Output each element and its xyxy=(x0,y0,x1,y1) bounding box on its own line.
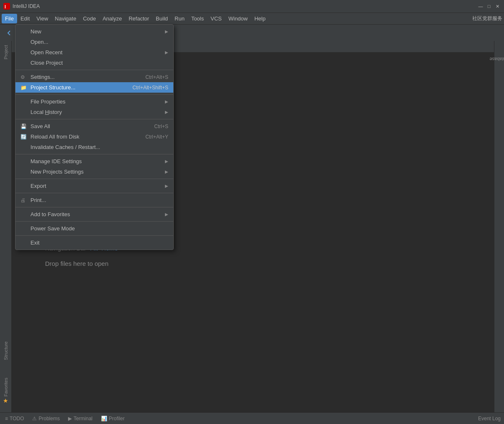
project-structure-shortcut: Ctrl+Alt+Shift+S xyxy=(132,85,168,91)
project-structure-icon: 📁 xyxy=(20,85,29,91)
menu-item-power-save[interactable]: Power Save Mode xyxy=(15,223,173,234)
menu-item-open-recent[interactable]: Open Recent ▶ xyxy=(15,47,173,58)
reload-icon: 🔄 xyxy=(20,134,29,140)
save-all-icon: 💾 xyxy=(20,124,29,129)
todo-icon: ≡ xyxy=(5,416,8,421)
menu-item-new-projects-settings[interactable]: New Projects Settings ▶ xyxy=(15,167,173,177)
reload-label: Reload All from Disk xyxy=(30,134,137,140)
database-panel-label[interactable]: Database xyxy=(486,57,504,62)
menu-navigate[interactable]: Navigate xyxy=(51,14,79,23)
menu-item-new[interactable]: New ▶ xyxy=(15,26,173,37)
tab-problems[interactable]: ⚠ Problems xyxy=(30,415,61,422)
menu-item-settings[interactable]: ⚙ Settings... Ctrl+Alt+S xyxy=(15,72,173,82)
menu-window[interactable]: Window xyxy=(225,14,251,23)
toolbar-back-btn[interactable] xyxy=(3,27,15,39)
right-sidebar: Database xyxy=(494,41,504,412)
print-label: Print... xyxy=(30,197,168,203)
local-history-arrow: ▶ xyxy=(165,110,168,114)
welcome-drop-files: Drop files here to open xyxy=(45,260,494,267)
titlebar-left: I IntelliJ IDEA xyxy=(3,3,40,10)
minimize-button[interactable]: — xyxy=(477,3,484,10)
left-panel-sidebar: Project Structure Favorites ★ xyxy=(0,41,12,412)
problems-icon: ⚠ xyxy=(32,416,37,421)
titlebar: I IntelliJ IDEA — □ ✕ xyxy=(0,0,504,13)
print-icon: 🖨 xyxy=(20,197,29,203)
back-icon xyxy=(6,30,13,36)
menu-item-print[interactable]: 🖨 Print... xyxy=(15,195,173,205)
new-projects-settings-arrow: ▶ xyxy=(165,169,168,174)
tab-terminal[interactable]: ▶ Terminal xyxy=(66,415,94,422)
maximize-button[interactable]: □ xyxy=(486,3,492,10)
menu-vcs[interactable]: VCS xyxy=(207,14,225,23)
menu-item-invalidate-caches[interactable]: Invalidate Caches / Restart... xyxy=(15,142,173,152)
menu-item-export[interactable]: Export ▶ xyxy=(15,181,173,191)
settings-label: Settings... xyxy=(30,74,137,80)
reload-shortcut: Ctrl+Alt+Y xyxy=(145,134,168,140)
power-save-label: Power Save Mode xyxy=(30,225,168,232)
favorites-panel-label[interactable]: Favorites xyxy=(3,378,8,396)
close-button[interactable]: ✕ xyxy=(494,3,501,10)
open-recent-label: Open Recent xyxy=(30,49,162,56)
favorites-star-icon: ★ xyxy=(3,397,8,404)
menu-item-file-properties[interactable]: File Properties ▶ xyxy=(15,96,173,107)
menu-run[interactable]: Run xyxy=(171,14,188,23)
local-history-label: Local History xyxy=(30,109,162,115)
menu-item-open[interactable]: Open... xyxy=(15,37,173,47)
new-label: New xyxy=(30,28,162,35)
menubar-community: 社区党群服务 xyxy=(472,15,502,22)
menu-view[interactable]: View xyxy=(33,14,51,23)
terminal-icon: ▶ xyxy=(68,416,72,421)
tab-profiler[interactable]: 📊 Profiler xyxy=(99,415,127,422)
settings-icon: ⚙ xyxy=(20,74,29,80)
titlebar-controls: — □ ✕ xyxy=(477,3,501,10)
menu-edit[interactable]: Edit xyxy=(17,14,33,23)
add-favorites-label: Add to Favorites xyxy=(30,211,162,217)
app-icon: I xyxy=(3,3,10,10)
menu-refactor[interactable]: Refactor xyxy=(125,14,152,23)
new-arrow: ▶ xyxy=(165,29,168,34)
save-all-shortcut: Ctrl+S xyxy=(154,124,168,129)
project-structure-label: Project Structure... xyxy=(30,84,124,91)
open-recent-arrow: ▶ xyxy=(165,50,168,55)
open-label: Open... xyxy=(30,39,168,45)
bottom-bar: ≡ TODO ⚠ Problems ▶ Terminal 📊 Profiler … xyxy=(0,412,504,424)
menu-item-save-all[interactable]: 💾 Save All Ctrl+S xyxy=(15,121,173,131)
menu-item-exit[interactable]: Exit xyxy=(15,237,173,248)
separator-7 xyxy=(15,207,173,207)
menu-item-project-structure[interactable]: 📁 Project Structure... Ctrl+Alt+Shift+S xyxy=(15,82,173,93)
menu-analyze[interactable]: Analyze xyxy=(99,14,125,23)
save-all-label: Save All xyxy=(30,123,146,129)
menu-build[interactable]: Build xyxy=(152,14,171,23)
separator-1 xyxy=(15,70,173,70)
titlebar-title: IntelliJ IDEA xyxy=(13,3,40,9)
new-projects-settings-label: New Projects Settings xyxy=(30,169,162,175)
exit-label: Exit xyxy=(30,240,168,246)
menu-tools[interactable]: Tools xyxy=(188,14,207,23)
tab-todo[interactable]: ≡ TODO xyxy=(3,415,25,422)
settings-shortcut: Ctrl+Alt+S xyxy=(145,74,168,80)
menu-item-local-history[interactable]: Local History ▶ xyxy=(15,107,173,117)
todo-label: TODO xyxy=(10,416,24,421)
profiler-icon: 📊 xyxy=(101,416,107,421)
menu-code[interactable]: Code xyxy=(80,14,99,23)
menu-item-manage-ide[interactable]: Manage IDE Settings ▶ xyxy=(15,156,173,167)
invalidate-caches-label: Invalidate Caches / Restart... xyxy=(30,144,168,150)
separator-5 xyxy=(15,179,173,179)
problems-label: Problems xyxy=(38,416,60,421)
svg-text:I: I xyxy=(5,4,6,9)
menu-file[interactable]: File xyxy=(2,14,17,23)
file-dropdown-menu: New ▶ Open... Open Recent ▶ Close Projec… xyxy=(15,24,174,250)
menu-item-close-project[interactable]: Close Project xyxy=(15,58,173,68)
project-panel-label[interactable]: Project xyxy=(3,45,8,59)
export-arrow: ▶ xyxy=(165,184,168,188)
manage-ide-label: Manage IDE Settings xyxy=(30,158,162,164)
event-log-button[interactable]: Event Log xyxy=(478,416,501,421)
separator-2 xyxy=(15,94,173,95)
menu-item-reload[interactable]: 🔄 Reload All from Disk Ctrl+Alt+Y xyxy=(15,131,173,142)
add-favorites-arrow: ▶ xyxy=(165,212,168,217)
close-project-label: Close Project xyxy=(30,60,168,66)
menu-item-add-to-favorites[interactable]: Add to Favorites ▶ xyxy=(15,209,173,220)
structure-panel-label[interactable]: Structure xyxy=(3,341,8,360)
menu-help[interactable]: Help xyxy=(251,14,269,23)
menubar: File Edit View Navigate Code Analyze Ref… xyxy=(0,13,504,24)
